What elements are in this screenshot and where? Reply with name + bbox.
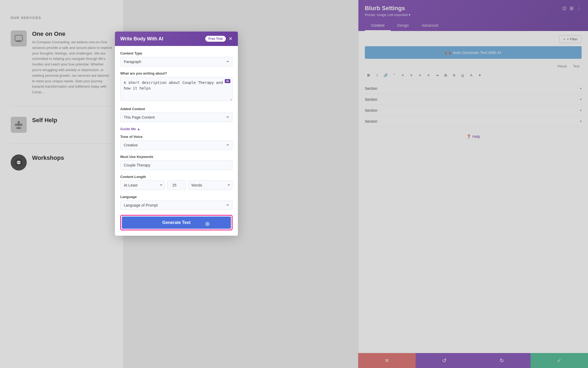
- guide-me-link[interactable]: Guide Me ▲: [120, 127, 233, 131]
- writing-about-wrapper: AI: [120, 77, 233, 102]
- writing-about-label: What are you writing about?: [120, 71, 233, 75]
- tone-of-voice-field: Tone of Voice Creative: [120, 135, 233, 150]
- tone-of-voice-label: Tone of Voice: [120, 135, 233, 139]
- content-type-label: Content Type: [120, 51, 233, 55]
- content-length-row: At Least Words: [120, 180, 233, 190]
- ai-text-badge: AI: [225, 79, 230, 83]
- ai-modal-header: Write Body With AI Free Trial ✕: [115, 32, 238, 46]
- keywords-input[interactable]: [120, 160, 233, 170]
- content-type-select[interactable]: Paragraph: [120, 57, 233, 67]
- close-button[interactable]: ✕: [229, 36, 233, 41]
- added-context-label: Added Context: [120, 107, 233, 111]
- ai-modal: Write Body With AI Free Trial ✕ Content …: [115, 32, 238, 236]
- content-type-field: Content Type Paragraph: [120, 51, 233, 67]
- cursor-indicator: [205, 222, 210, 226]
- ai-modal-header-right: Free Trial ✕: [205, 36, 233, 42]
- added-context-field: Added Context This Page Content: [120, 107, 233, 122]
- generate-btn-wrapper: Generate Text: [120, 215, 233, 230]
- language-label: Language: [120, 195, 233, 199]
- keywords-field: Must Use Keywords: [120, 155, 233, 170]
- content-length-label: Content Length: [120, 175, 233, 179]
- added-context-select[interactable]: This Page Content: [120, 113, 233, 122]
- tone-of-voice-select[interactable]: Creative: [120, 140, 233, 150]
- modal-overlay[interactable]: [0, 0, 588, 368]
- guide-me-label: Guide Me ▲: [120, 127, 140, 131]
- free-trial-badge[interactable]: Free Trial: [205, 36, 226, 42]
- language-field: Language Language of Prompt: [120, 195, 233, 210]
- ai-modal-title: Write Body With AI: [120, 36, 163, 42]
- generate-text-button[interactable]: Generate Text: [122, 216, 231, 229]
- generate-btn-label: Generate Text: [162, 220, 191, 225]
- keywords-label: Must Use Keywords: [120, 155, 233, 159]
- writing-about-textarea[interactable]: [120, 77, 233, 101]
- content-length-field: Content Length At Least Words: [120, 175, 233, 190]
- ai-modal-body: Content Type Paragraph What are you writ…: [115, 46, 238, 236]
- language-select[interactable]: Language of Prompt: [120, 200, 233, 210]
- writing-about-field: What are you writing about? AI: [120, 71, 233, 102]
- at-least-select[interactable]: At Least: [120, 180, 165, 190]
- content-length-number[interactable]: [167, 180, 186, 190]
- words-select[interactable]: Words: [188, 180, 233, 190]
